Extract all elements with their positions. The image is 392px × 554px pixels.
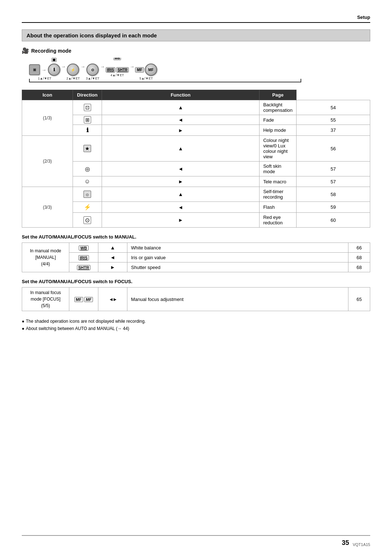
icon-cell-info: ℹ — [73, 125, 102, 136]
table-row: (3/3) ☼ Self-timer recording 58 — [22, 187, 370, 202]
table-header-row: Icon Direction Function Page — [22, 90, 370, 100]
page-56: 56 — [297, 136, 370, 162]
group-label-3-3: (3/3) — [22, 187, 73, 228]
icon-cell-night: ★ — [73, 136, 102, 162]
page-37: 37 — [297, 125, 370, 136]
dir-cell-9 — [102, 213, 260, 228]
dir-cell-8 — [102, 202, 260, 213]
note-1: The shaded operation icons are not displ… — [22, 318, 370, 325]
diagram-group-5: MF MF 5▲/▼ET — [135, 58, 157, 80]
table-row: ☺ Tele macro 57 — [22, 176, 370, 187]
main-table: Icon Direction Function Page (1/3) ⊡ Bac… — [22, 90, 370, 228]
mf-page: 65 — [348, 288, 370, 311]
table-row: SHTR Shutter speed 68 — [22, 262, 370, 272]
icon-cell-skin: ◎ — [73, 162, 102, 176]
mf-icon-cell: MF MF — [69, 288, 98, 311]
recording-mode-text: Recording mode — [31, 48, 71, 54]
footer-line — [22, 535, 370, 536]
th-page: Page — [260, 90, 297, 100]
group-label-1-3: (1/3) — [22, 100, 73, 136]
func-backlight: Backlight compensation — [260, 100, 297, 115]
page-54: 54 — [297, 100, 370, 115]
shtr-page: 68 — [348, 262, 370, 272]
mf-badge: MF — [74, 297, 83, 302]
page-55: 55 — [297, 115, 370, 125]
dir-cell-4 — [102, 136, 260, 162]
func-fade: Fade — [260, 115, 297, 125]
diagram-group-4: WB IRIS SHTR 4▲/▼ET — [106, 61, 129, 77]
dir-cell-1 — [102, 100, 260, 115]
icon-cell-backlight: ⊡ — [73, 100, 102, 115]
diagram-group-3: ☼ ⊙ 3▲/▼ET — [86, 58, 99, 80]
icon-cell-tele: ☺ — [73, 176, 102, 187]
dir-cell-6 — [102, 176, 260, 187]
model-number: VQT1A15 — [353, 542, 370, 547]
diagram-row: ▣ → ⬢ ℹ 1▲/▼ET → ★ — [29, 58, 370, 80]
iris-page: 68 — [348, 253, 370, 262]
manual-table: In manual mode[MANUAL](4/4) WB White bal… — [22, 243, 370, 272]
diagram-circle-2: ⚡ — [67, 64, 79, 76]
note-2: About switching between AUTO and MANUAL … — [22, 325, 370, 332]
dir-cell-2 — [102, 115, 260, 125]
icons-diagram: ▣ → ⬢ ℹ 1▲/▼ET → ★ — [22, 58, 370, 88]
shtr-icon-cell: SHTR — [69, 262, 98, 272]
page-60: 60 — [297, 213, 370, 228]
icon-cell-redeye: ⊙ — [73, 213, 102, 228]
wb-func: White balance — [127, 243, 348, 253]
th-direction: Direction — [73, 90, 102, 100]
diagram-group-1: ▣ → ⬢ ℹ 1▲/▼ET — [29, 58, 60, 80]
wb-dir-cell — [98, 243, 127, 253]
table-row: ⚡ Flash 59 — [22, 202, 370, 213]
icon-cell-fade: ⊞ — [73, 115, 102, 125]
table-row: In manual focusmode [FOCUS](5/5) MF MF ◄… — [22, 288, 370, 311]
setup-label: Setup — [22, 15, 370, 20]
table-row: ◎ Soft skin mode 57 — [22, 162, 370, 176]
iris-func: Iris or gain value — [127, 253, 348, 262]
mf-func: Manual focus adjustment — [127, 288, 348, 311]
page-wrapper: Setup About the operation icons displaye… — [0, 0, 392, 554]
th-function: Function — [102, 90, 260, 100]
func-flash: Flash — [260, 202, 297, 213]
icon-cell-timer: ☼ — [73, 187, 102, 202]
table-row: ⊞ Fade 55 — [22, 115, 370, 125]
group-label-2-3: (2/3) — [22, 136, 73, 187]
func-night: Colour night view/0 Lux colour night vie… — [260, 136, 297, 162]
shtr-badge: SHTR — [77, 265, 91, 270]
func-skin: Soft skin mode — [260, 162, 297, 176]
manual-group-label: In manual mode[MANUAL](4/4) — [22, 243, 69, 272]
focus-group-label: In manual focusmode [FOCUS](5/5) — [22, 288, 69, 311]
iris-icon-cell: IRIS — [69, 253, 98, 262]
table-row: (1/3) ⊡ Backlight compensation 54 — [22, 100, 370, 115]
table-row: ⊙ Red eye reduction 60 — [22, 213, 370, 228]
wb-page: 66 — [348, 243, 370, 253]
func-redeye: Red eye reduction — [260, 213, 297, 228]
th-icon: Icon — [22, 90, 73, 100]
recording-mode-label: 🎥 Recording mode — [22, 47, 370, 54]
diagram-circle-1a: ℹ — [48, 64, 60, 76]
shtr-dir-cell — [98, 262, 127, 272]
manual-section-title: Set the AUTO/MANUAL/FOCUS switch to MANU… — [22, 234, 370, 240]
notes-section: The shaded operation icons are not displ… — [22, 318, 370, 333]
wb-badge: WB — [79, 245, 88, 250]
recording-icon: 🎥 — [22, 47, 29, 54]
wb-icon-cell: WB — [69, 243, 98, 253]
diagram-circle-5: MF — [145, 64, 157, 76]
diagram-group-2: ★ ⚡ 2▲/▼ET — [66, 58, 80, 80]
page-number: 35 — [342, 539, 349, 547]
diagram-circle-3: ⊙ — [86, 64, 99, 76]
page-58: 58 — [297, 187, 370, 202]
focus-table: In manual focusmode [FOCUS](5/5) MF MF ◄… — [22, 287, 370, 311]
table-row: IRIS Iris or gain value 68 — [22, 253, 370, 262]
page-59: 59 — [297, 202, 370, 213]
focus-section-title: Set the AUTO/MANUAL/FOCUS switch to FOCU… — [22, 279, 370, 284]
shtr-func: Shutter speed — [127, 262, 348, 272]
iris-dir-cell — [98, 253, 127, 262]
table-row: In manual mode[MANUAL](4/4) WB White bal… — [22, 243, 370, 253]
page-57a: 57 — [297, 162, 370, 176]
footer: 35 VQT1A15 — [22, 539, 370, 547]
mf-badge-2: MF — [84, 297, 93, 302]
icon-cell-flash: ⚡ — [73, 202, 102, 213]
table-row: (2/3) ★ Colour night view/0 Lux colour n… — [22, 136, 370, 162]
table-row: ℹ Help mode 37 — [22, 125, 370, 136]
section-title: About the operation icons displayed in e… — [22, 29, 370, 41]
